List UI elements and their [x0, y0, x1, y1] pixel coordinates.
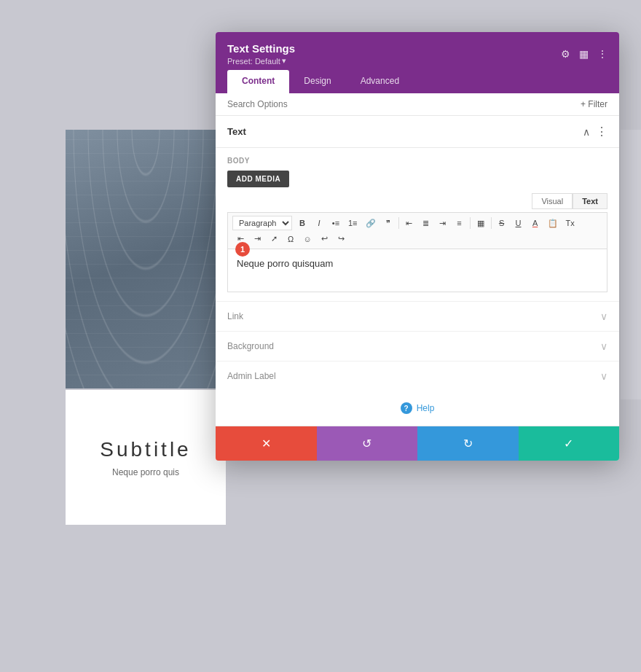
tab-advanced[interactable]: Advanced: [346, 70, 414, 93]
text-section-header: Text ∧ ⋮: [216, 116, 619, 148]
panel-content: Text ∧ ⋮ Body ADD MEDIA Visual Text Para…: [216, 116, 619, 426]
toolbar-row-1: Paragraph B I •≡ 1≡ 🔗 ❞ ⇤ ≣ ⇥ ≡ ▦ S: [232, 216, 602, 230]
paste-button[interactable]: 📋: [544, 216, 562, 230]
ordered-list-button[interactable]: 1≡: [345, 216, 361, 230]
justify-button[interactable]: ≡: [452, 216, 468, 230]
search-bar: + Filter: [216, 93, 619, 116]
section-controls: ∧ ⋮: [583, 125, 607, 138]
align-center-button[interactable]: ≣: [418, 216, 434, 230]
toolbar-separator-2: [470, 217, 471, 229]
bold-button[interactable]: B: [294, 216, 310, 230]
table-button[interactable]: ▦: [473, 216, 489, 230]
header-top: Text Settings Preset: Default ▾ ⚙ ▦ ⋮: [227, 42, 607, 66]
undo-footer-button[interactable]: ↺: [317, 426, 418, 461]
help-link[interactable]: Help: [417, 403, 435, 413]
more-icon[interactable]: ⋮: [597, 48, 607, 60]
preset-selector[interactable]: Preset: Default ▾: [227, 56, 295, 66]
link-chevron-icon: ∨: [600, 310, 607, 322]
dome-image: [66, 130, 226, 388]
align-right-button[interactable]: ⇥: [435, 216, 451, 230]
admin-chevron-icon: ∨: [600, 370, 607, 382]
admin-label: Admin Label: [227, 371, 276, 381]
panel-footer: ✕ ↺ ↻ ✓: [216, 426, 619, 461]
title-group: Text Settings Preset: Default ▾: [227, 42, 295, 66]
editor-area[interactable]: 1 Neque porro quisquam: [227, 249, 607, 292]
visual-toggle-button[interactable]: Visual: [532, 193, 573, 209]
add-media-button[interactable]: ADD MEDIA: [227, 171, 289, 187]
background-section[interactable]: Background ∨: [216, 331, 619, 361]
tab-content[interactable]: Content: [227, 70, 289, 93]
panel-tabs: Content Design Advanced: [227, 70, 607, 93]
section-more-icon[interactable]: ⋮: [596, 125, 607, 138]
settings-icon[interactable]: ⚙: [561, 48, 570, 60]
layout-icon[interactable]: ▦: [579, 48, 589, 60]
subtitle-heading: Subtitle: [100, 438, 191, 461]
paragraph-select[interactable]: Paragraph: [232, 216, 292, 230]
right-strip: [621, 130, 641, 399]
header-icons: ⚙ ▦ ⋮: [561, 48, 607, 60]
visual-text-toggle: Visual Text: [227, 193, 607, 209]
editor-toolbar: Paragraph B I •≡ 1≡ 🔗 ❞ ⇤ ≣ ⇥ ≡ ▦ S: [227, 212, 607, 249]
special-chars-button[interactable]: Ω: [283, 233, 299, 246]
help-icon: ?: [401, 402, 412, 414]
italic-button[interactable]: I: [311, 216, 327, 230]
help-section: ? Help: [216, 391, 619, 426]
link-button[interactable]: 🔗: [362, 216, 380, 230]
background-chevron-icon: ∨: [600, 340, 607, 352]
emoji-button[interactable]: ☺: [299, 233, 315, 246]
toolbar-separator-3: [491, 217, 492, 229]
subtitle-card: Subtitle Neque porro quis: [66, 390, 226, 525]
editor-badge: 1: [235, 242, 250, 257]
color-button[interactable]: A: [527, 216, 543, 230]
panel-title: Text Settings: [227, 42, 295, 55]
editor-content[interactable]: Neque porro quisquam: [237, 258, 598, 269]
underline-button[interactable]: U: [511, 216, 527, 230]
align-left-button[interactable]: ⇤: [401, 216, 417, 230]
redo-button[interactable]: ↪: [333, 232, 349, 246]
cancel-button[interactable]: ✕: [216, 426, 317, 461]
subtitle-body: Neque porro quis: [112, 467, 179, 477]
strikethrough-button[interactable]: S: [494, 216, 510, 230]
undo-button[interactable]: ↩: [316, 232, 332, 246]
admin-label-section[interactable]: Admin Label ∨: [216, 361, 619, 391]
section-title: Text: [227, 126, 246, 137]
text-toggle-button[interactable]: Text: [573, 193, 607, 209]
link-label: Link: [227, 311, 243, 321]
background-label: Background: [227, 341, 274, 351]
save-button[interactable]: ✓: [519, 426, 620, 461]
body-section: Body ADD MEDIA Visual Text Paragraph B I…: [216, 148, 619, 301]
fullscreen-button[interactable]: ➚: [266, 232, 282, 246]
redo-footer-button[interactable]: ↻: [417, 426, 519, 461]
filter-button[interactable]: + Filter: [581, 99, 607, 109]
body-label: Body: [227, 157, 607, 165]
link-section[interactable]: Link ∨: [216, 301, 619, 331]
unordered-list-button[interactable]: •≡: [328, 216, 344, 230]
toolbar-separator-1: [398, 217, 399, 229]
clear-format-button[interactable]: Tx: [562, 216, 578, 230]
section-collapse-icon[interactable]: ∧: [583, 126, 590, 138]
toolbar-row-2: ⇤ ⇥ ➚ Ω ☺ ↩ ↪: [232, 232, 602, 246]
panel-header: Text Settings Preset: Default ▾ ⚙ ▦ ⋮ Co…: [216, 32, 619, 93]
text-settings-panel: Text Settings Preset: Default ▾ ⚙ ▦ ⋮ Co…: [216, 32, 619, 461]
search-input[interactable]: [227, 99, 581, 109]
tab-design[interactable]: Design: [289, 70, 345, 93]
indent-button[interactable]: ⇥: [249, 232, 265, 246]
blockquote-button[interactable]: ❞: [380, 216, 396, 230]
